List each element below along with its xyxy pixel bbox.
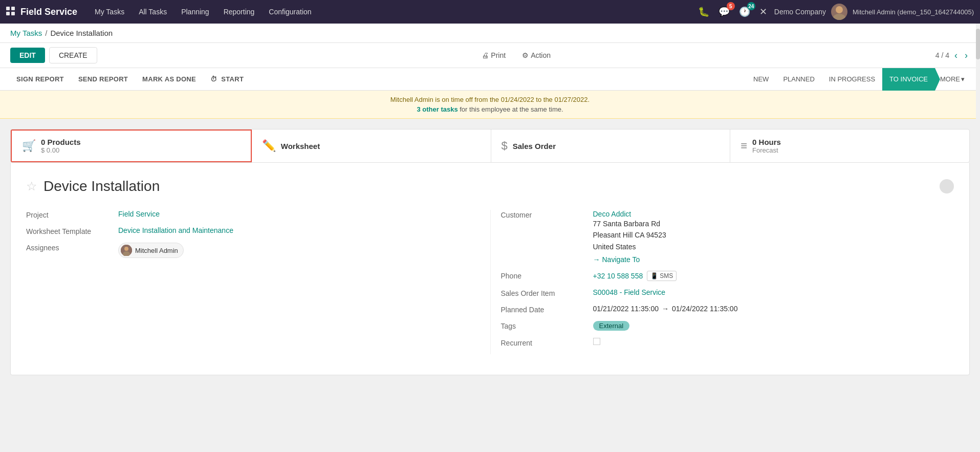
worksheet-stat[interactable]: ✏️ Worksheet (252, 130, 491, 162)
form-title-row: ☆ Device Installation (26, 178, 954, 195)
address-line2: Pleasant Hill CA 94523 (593, 229, 954, 241)
mark-as-done-button[interactable]: MARK AS DONE (136, 68, 202, 91)
grid-icon[interactable] (6, 7, 15, 17)
tag-external[interactable]: External (593, 321, 630, 331)
planned-date-label: Planned Date (501, 305, 593, 314)
svg-point-5 (833, 14, 845, 20)
svg-rect-1 (11, 7, 15, 10)
nav-right: 🐛 💬 5 🕐 24 ✕ Demo Company Mitchell Admin… (696, 4, 974, 20)
stage-new[interactable]: NEW (746, 68, 776, 91)
sign-report-button[interactable]: SIGN REPORT (10, 68, 70, 91)
products-stat[interactable]: 🛒 0 Products $ 0.00 (11, 130, 252, 162)
worksheet-label: Worksheet (281, 142, 320, 150)
phone-field: Phone +32 10 588 558 📱 SMS (501, 271, 954, 281)
stage-to-invoice[interactable]: TO INVOICE (882, 68, 935, 91)
worksheet-template-value[interactable]: Device Installation and Maintenance (118, 226, 233, 234)
assignees-field: Assignees Mitchell Admin (26, 243, 470, 258)
recurrent-field: Recurrent (501, 338, 954, 347)
nav-all-tasks[interactable]: All Tasks (132, 0, 174, 24)
tags-label: Tags (501, 321, 593, 330)
worksheet-template-label: Worksheet Template (26, 226, 118, 235)
phone-value[interactable]: +32 10 588 558 (593, 272, 643, 280)
tags-field: Tags External (501, 321, 954, 331)
products-amount: $ 0.00 (41, 146, 81, 154)
favorite-star-icon[interactable]: ☆ (26, 179, 37, 193)
chat-icon[interactable]: 💬 5 (716, 4, 732, 19)
phone-label: Phone (501, 271, 593, 280)
prev-arrow[interactable]: ‹ (952, 49, 960, 62)
form-title: Device Installation (43, 178, 160, 195)
sales-order-item-value[interactable]: S00048 - Field Service (593, 288, 666, 296)
close-icon[interactable]: ✕ (757, 4, 769, 19)
recurrent-label: Recurrent (501, 338, 593, 347)
pencil-icon: ✏️ (262, 139, 276, 153)
assignee-avatar (121, 245, 132, 256)
sms-button[interactable]: 📱 SMS (647, 271, 677, 281)
action-button[interactable]: ⚙ Action (516, 48, 557, 63)
project-field: Project Field Service (26, 210, 470, 219)
customer-label: Customer (501, 210, 593, 219)
form-card: ☆ Device Installation Project Field Serv… (10, 163, 970, 375)
project-value[interactable]: Field Service (118, 210, 160, 218)
alert-line2-suffix: for this employee at the same time. (460, 105, 563, 113)
hours-label: Forecast (752, 146, 781, 154)
hours-stat[interactable]: ≡ 0 Hours Forecast (730, 130, 969, 162)
planned-date-field: Planned Date 01/21/2022 11:35:00 → 01/24… (501, 305, 954, 314)
alert-tasks-link[interactable]: 3 other tasks (417, 105, 458, 113)
breadcrumb-separator: / (45, 29, 47, 37)
bug-icon[interactable]: 🐛 (696, 4, 711, 19)
user-avatar[interactable] (831, 4, 847, 20)
address-line1: 77 Santa Barbara Rd (593, 218, 954, 229)
navigate-to-link[interactable]: → Navigate To (593, 255, 954, 264)
nav-links: My Tasks All Tasks Planning Reporting Co… (88, 0, 696, 24)
assignee-badge[interactable]: Mitchell Admin (118, 243, 184, 258)
sms-label: SMS (660, 272, 673, 279)
more-stages-button[interactable]: MORE ▾ (935, 75, 970, 83)
print-button[interactable]: 🖨 Print (475, 48, 512, 63)
create-button[interactable]: CREATE (49, 47, 97, 63)
print-label: Print (491, 51, 506, 59)
status-bar: SIGN REPORT SEND REPORT MARK AS DONE ⏱ S… (0, 68, 980, 91)
customer-name[interactable]: Deco Addict (593, 210, 631, 218)
start-clock-icon: ⏱ (210, 75, 217, 83)
user-name[interactable]: Mitchell Admin (demo_150_1642744005) (853, 8, 974, 16)
sales-order-stat[interactable]: $ Sales Order (491, 130, 731, 162)
scrollbar-thumb[interactable] (976, 29, 980, 59)
assignee-name: Mitchell Admin (135, 247, 178, 254)
alert-line1: Mitchell Admin is on time off from the 0… (10, 96, 970, 103)
nav-reporting[interactable]: Reporting (216, 0, 262, 24)
status-circle-button[interactable] (940, 179, 954, 193)
stage-planned[interactable]: PLANNED (776, 68, 821, 91)
customer-field: Customer Deco Addict 77 Santa Barbara Rd… (501, 210, 954, 264)
nav-planning[interactable]: Planning (174, 0, 216, 24)
start-button[interactable]: ⏱ START (204, 68, 250, 91)
nav-configuration[interactable]: Configuration (262, 0, 318, 24)
date-range-arrow-icon: → (662, 305, 669, 313)
action-label: Action (531, 51, 551, 59)
breadcrumb-parent[interactable]: My Tasks (10, 29, 42, 37)
stage-in-progress[interactable]: IN PROGRESS (822, 68, 882, 91)
worksheet-template-field: Worksheet Template Device Installation a… (26, 226, 470, 235)
svg-rect-0 (6, 7, 10, 10)
nav-my-tasks[interactable]: My Tasks (88, 0, 132, 24)
edit-button[interactable]: EDIT (10, 48, 45, 63)
clock-icon[interactable]: 🕐 24 (737, 4, 752, 19)
pagination-info: 4 / 4 (935, 51, 949, 59)
planned-date-start: 01/21/2022 11:35:00 (593, 305, 659, 313)
next-arrow[interactable]: › (963, 49, 970, 62)
assignees-label: Assignees (26, 243, 118, 252)
top-navigation: Field Service My Tasks All Tasks Plannin… (0, 0, 980, 24)
clock-badge: 24 (747, 2, 755, 10)
company-name[interactable]: Demo Company (774, 8, 826, 16)
chat-badge: 5 (727, 2, 735, 10)
scrollbar-track (976, 24, 980, 452)
svg-rect-2 (6, 12, 10, 15)
hours-count: 0 Hours (752, 138, 781, 146)
form-right-column: Customer Deco Addict 77 Santa Barbara Rd… (490, 210, 954, 354)
products-count: 0 Products (41, 138, 81, 146)
planned-date-end: 01/24/2022 11:35:00 (672, 305, 737, 313)
main-content: 🛒 0 Products $ 0.00 ✏️ Worksheet $ Sales… (0, 119, 980, 452)
recurrent-checkbox[interactable] (593, 338, 600, 345)
send-report-button[interactable]: SEND REPORT (72, 68, 134, 91)
form-left-column: Project Field Service Worksheet Template… (26, 210, 490, 354)
